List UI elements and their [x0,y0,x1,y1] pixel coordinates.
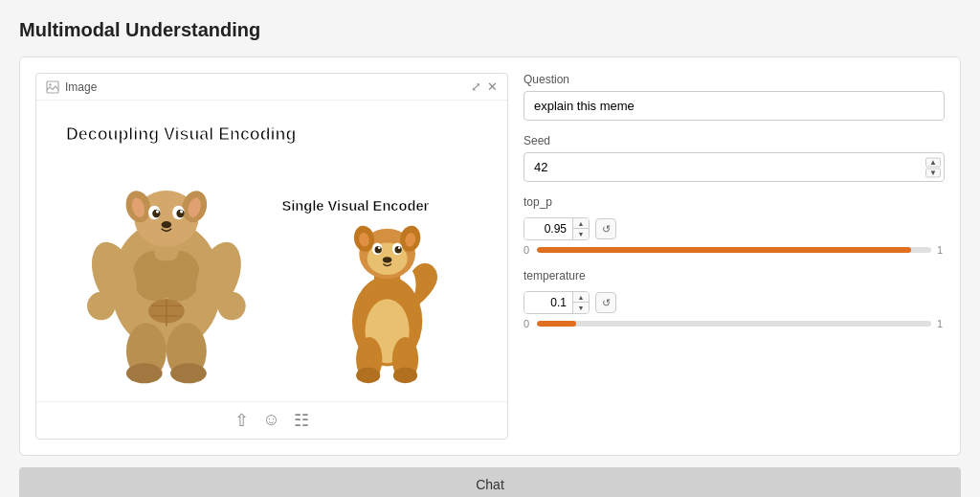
temperature-group: temperature ▲ ▼ ↺ 0 1 [523,269,945,329]
svg-text:Decoupling Visual Encoding: Decoupling Visual Encoding [66,124,296,144]
top-p-input[interactable] [524,218,572,239]
svg-point-22 [180,210,183,213]
temperature-increment[interactable]: ▲ [573,292,589,303]
seed-spinners: ▲ ▼ [925,157,941,177]
expand-icon[interactable]: ⤢ [471,79,481,94]
svg-point-30 [126,363,163,383]
image-icon [46,80,59,94]
top-p-range: 0 1 [523,244,945,256]
image-tab-label: Image [65,80,97,94]
seed-field-group: Seed ▲ ▼ [523,134,945,182]
seed-input[interactable] [523,152,945,182]
temperature-input[interactable] [524,292,572,313]
svg-point-1 [49,83,51,85]
svg-point-50 [356,368,380,384]
svg-point-27 [217,292,245,320]
grid-icon[interactable]: ☷ [294,410,309,431]
temperature-range: 0 1 [523,318,945,329]
seed-decrement[interactable]: ▼ [925,168,941,177]
temperature-max: 1 [937,318,945,329]
svg-point-46 [398,246,401,249]
question-field-group: Question [523,73,945,121]
page-title: Multimodal Understanding [19,19,961,41]
top-p-value-box: ▲ ▼ [523,217,590,240]
top-p-group: top_p ▲ ▼ ↺ 0 1 [523,195,945,256]
chat-button-row: Chat [19,467,961,497]
upload-icon[interactable]: ⇧ [234,410,249,431]
svg-point-45 [378,246,381,249]
top-p-min: 0 [523,244,531,256]
image-panel-header: Image ⤢ ✕ [36,74,507,101]
image-panel: Image ⤢ ✕ Decoupling Visual Encoding Sin… [35,73,508,440]
top-p-reset[interactable]: ↺ [595,218,616,239]
top-p-max: 1 [937,244,945,256]
seed-increment[interactable]: ▲ [925,157,941,167]
temperature-fill [537,321,576,327]
svg-point-23 [162,221,171,228]
seed-input-container: ▲ ▼ [523,152,945,182]
emoji-icon[interactable]: ☺ [262,410,279,430]
temperature-track[interactable] [537,321,931,327]
svg-point-51 [393,368,417,384]
svg-point-47 [383,257,391,262]
temperature-decrement[interactable]: ▼ [573,303,589,313]
top-p-controls: ▲ ▼ ↺ [523,217,945,240]
main-container: Image ⤢ ✕ Decoupling Visual Encoding Sin… [19,56,961,456]
top-p-increment[interactable]: ▲ [573,218,589,229]
temperature-label: temperature [523,269,945,282]
seed-label: Seed [523,134,945,147]
svg-point-21 [156,210,159,213]
temperature-reset[interactable]: ↺ [595,292,616,313]
chat-button[interactable]: Chat [19,467,961,497]
temperature-controls: ▲ ▼ ↺ [523,291,945,314]
top-p-spinner: ▲ ▼ [572,218,589,239]
svg-text:Single Visual Encoder: Single Visual Encoder [281,198,429,214]
question-label: Question [523,73,945,86]
image-toolbar: ⇧ ☺ ☷ [36,401,507,439]
image-panel-controls: ⤢ ✕ [471,79,498,94]
meme-image: Decoupling Visual Encoding Single Visual… [46,110,498,392]
top-p-label: top_p [523,195,945,209]
temperature-value-box: ▲ ▼ [523,291,590,314]
question-input[interactable] [523,91,945,121]
temperature-spinner: ▲ ▼ [572,292,589,313]
temperature-min: 0 [523,318,531,329]
svg-point-31 [170,363,207,383]
top-p-track[interactable] [537,247,931,253]
top-p-fill [537,247,911,253]
controls-panel: Question Seed ▲ ▼ top_p ▲ [523,73,945,440]
image-content: Decoupling Visual Encoding Single Visual… [36,101,507,401]
close-icon[interactable]: ✕ [487,79,498,94]
top-p-decrement[interactable]: ▼ [573,229,589,239]
svg-point-25 [87,292,115,320]
